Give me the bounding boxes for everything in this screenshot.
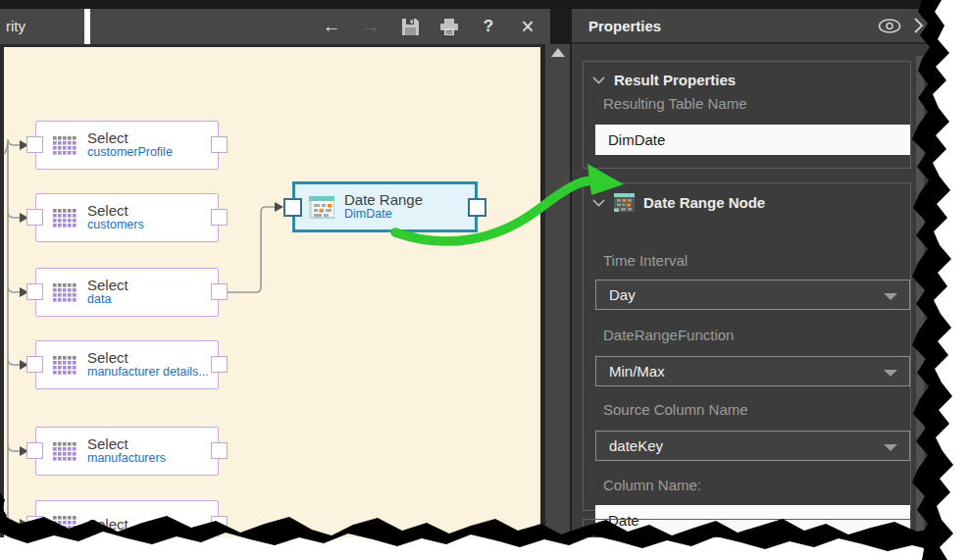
table-grid-icon <box>53 136 77 155</box>
field-label: DateRangeFunction <box>603 327 734 343</box>
node-subtitle: DimDate <box>344 208 423 222</box>
properties-title: Properties <box>588 18 661 34</box>
resulting-table-name-input[interactable] <box>595 125 910 155</box>
scrollbar-up-arrow-icon[interactable] <box>551 48 565 57</box>
output-port[interactable] <box>211 283 228 300</box>
properties-scrollbar[interactable] <box>916 56 924 541</box>
input-port[interactable] <box>26 209 43 226</box>
section-result-properties: Result Properties Resulting Table Name <box>583 61 911 169</box>
input-port[interactable] <box>26 516 43 533</box>
chevron-down-icon <box>592 199 605 207</box>
date-range-icon <box>309 196 334 219</box>
app-window: rity ← → ? × <box>0 0 970 560</box>
input-port[interactable] <box>26 356 43 373</box>
next-section-partial <box>583 519 911 538</box>
output-port[interactable] <box>211 442 228 459</box>
output-port[interactable] <box>211 356 228 373</box>
node-subtitle: customerProfile <box>87 146 173 160</box>
node-select-customers[interactable]: Select customers <box>35 193 219 242</box>
help-icon[interactable]: ? <box>476 14 501 39</box>
tab-security[interactable]: rity <box>0 9 84 44</box>
table-grid-icon <box>53 516 77 535</box>
field-label: Column Name: <box>603 477 701 493</box>
node-title: Select <box>87 278 128 294</box>
input-port[interactable] <box>26 136 43 153</box>
dropdown-value: dateKey <box>609 437 663 454</box>
forward-icon[interactable]: → <box>358 14 383 39</box>
table-grid-icon <box>53 442 77 461</box>
section-date-range-node: Date Range Node Time Interval Day DateRa… <box>583 182 911 511</box>
output-port[interactable] <box>468 198 486 217</box>
node-select-partial[interactable]: Select <box>35 500 219 549</box>
header-seam <box>550 9 572 44</box>
close-icon[interactable]: × <box>515 14 540 39</box>
daterangefunction-dropdown[interactable]: Min/Max <box>595 356 910 386</box>
input-port[interactable] <box>26 442 43 459</box>
canvas-vertical-scrollbar[interactable] <box>545 44 570 541</box>
dropdown-caret-icon <box>884 293 897 300</box>
dropdown-value: Day <box>609 286 636 303</box>
output-port[interactable] <box>211 516 228 533</box>
chevron-down-icon <box>592 76 605 84</box>
section-header[interactable]: Result Properties <box>584 62 910 88</box>
input-port[interactable] <box>283 198 302 217</box>
visibility-eye-icon[interactable] <box>878 19 901 33</box>
section-title: Result Properties <box>614 72 736 88</box>
node-select-manufacturers[interactable]: Select manufacturers <box>35 427 219 476</box>
node-select-manufacturer-details[interactable]: Select manufacturer details... <box>35 340 219 389</box>
node-title: Select <box>87 517 128 534</box>
dropdown-caret-icon <box>884 370 897 377</box>
table-grid-icon <box>53 356 77 375</box>
node-title: Select <box>87 436 166 453</box>
section-title: Date Range Node <box>643 194 765 211</box>
node-title: Select <box>87 130 173 147</box>
field-label: Resulting Table Name <box>603 95 746 112</box>
date-range-icon <box>614 193 635 212</box>
input-port[interactable] <box>26 283 43 300</box>
field-label: Source Column Name <box>603 401 748 418</box>
node-subtitle: data <box>87 293 128 307</box>
node-select-data[interactable]: Select data <box>35 268 219 317</box>
properties-panel: Result Properties Resulting Table Name <box>572 44 932 541</box>
node-subtitle: customers <box>87 219 144 232</box>
node-select-customerprofile[interactable]: Select customerProfile <box>35 121 219 170</box>
save-icon[interactable] <box>397 14 423 39</box>
time-interval-dropdown[interactable]: Day <box>595 280 910 310</box>
window-top-strip <box>0 0 932 9</box>
node-subtitle: manufacturer details... <box>87 366 209 380</box>
table-grid-icon <box>53 209 77 228</box>
output-port[interactable] <box>211 209 228 226</box>
back-icon[interactable]: ← <box>319 14 344 39</box>
properties-header: Properties <box>572 9 932 44</box>
dropdown-value: Min/Max <box>609 363 665 380</box>
node-subtitle: manufacturers <box>87 452 166 466</box>
output-port[interactable] <box>211 136 228 153</box>
node-title: Select <box>87 350 209 367</box>
print-icon[interactable] <box>436 14 462 39</box>
dropdown-caret-icon <box>884 444 897 451</box>
section-header[interactable]: Date Range Node <box>584 183 910 212</box>
chevron-right-icon[interactable] <box>913 17 924 34</box>
toolbar: ← → ? × <box>90 9 550 44</box>
node-date-range-dimdate[interactable]: Date Range DimDate <box>292 181 478 232</box>
node-title: Date Range <box>344 192 423 209</box>
source-column-name-dropdown[interactable]: dateKey <box>595 431 910 461</box>
table-grid-icon <box>53 283 77 302</box>
node-title: Select <box>87 203 144 220</box>
field-label: Time Interval <box>603 252 688 269</box>
